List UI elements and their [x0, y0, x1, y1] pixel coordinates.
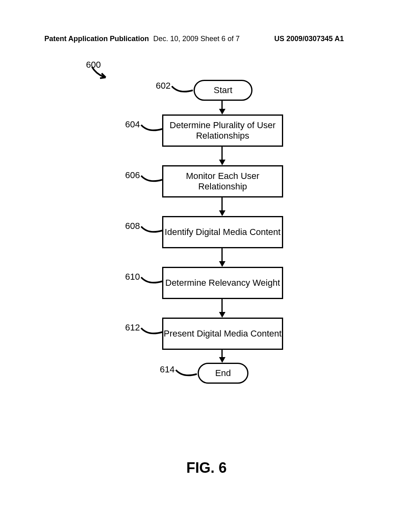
box-612-text: Present Digital Media Content — [164, 328, 282, 339]
box-608-text: Identify Digital Media Content — [165, 227, 280, 237]
box-606-text: Monitor Each User Relationship — [163, 171, 282, 192]
box-612: Present Digital Media Content — [162, 318, 283, 350]
box-604-text: Determine Plurality of User Relationship… — [170, 120, 276, 141]
figure-caption: FIG. 6 — [0, 459, 413, 476]
arrow-604-606 — [221, 146, 223, 164]
lead-604 — [140, 123, 163, 134]
ref-612: 612 — [122, 322, 140, 333]
arrow-608-610 — [221, 247, 223, 266]
arrow-612-614 — [221, 349, 223, 362]
lead-610 — [140, 276, 163, 286]
lead-614 — [175, 368, 198, 379]
box-608: Identify Digital Media Content — [162, 216, 283, 248]
ref-604: 604 — [122, 119, 140, 130]
end-terminator: End — [198, 363, 248, 384]
lead-612 — [140, 326, 163, 337]
ref-600-arrow — [90, 64, 114, 81]
ref-614: 614 — [156, 364, 175, 375]
lead-608 — [140, 225, 163, 235]
box-606: Monitor Each User Relationship — [162, 165, 283, 197]
lead-606 — [140, 174, 163, 185]
box-610-text: Determine Relevancy Weight — [165, 278, 280, 288]
lead-602 — [171, 85, 194, 95]
ref-606: 606 — [122, 170, 140, 181]
ref-602: 602 — [152, 81, 171, 91]
arrow-606-608 — [221, 197, 223, 215]
header-left: Patent Application Publication — [44, 35, 149, 43]
start-text: Start — [214, 85, 232, 95]
arrow-610-612 — [221, 298, 223, 317]
ref-610: 610 — [122, 272, 140, 282]
header-right: US 2009/0307345 A1 — [274, 35, 344, 43]
box-604: Determine Plurality of User Relationship… — [162, 114, 283, 147]
ref-608: 608 — [122, 221, 140, 231]
end-text: End — [215, 368, 231, 378]
header-center: Dec. 10, 2009 Sheet 6 of 7 — [153, 35, 240, 43]
arrow-602-604 — [221, 101, 223, 114]
box-610: Determine Relevancy Weight — [162, 267, 283, 299]
start-terminator: Start — [194, 80, 252, 101]
